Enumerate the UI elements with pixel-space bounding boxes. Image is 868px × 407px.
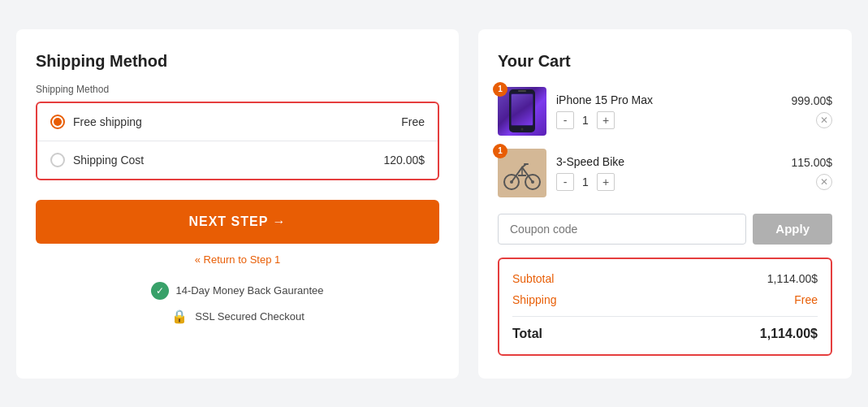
radio-cost[interactable]	[50, 153, 65, 167]
totals-divider	[512, 316, 818, 317]
phone-remove-button[interactable]: ✕	[816, 112, 832, 128]
phone-image-wrap: 1	[498, 87, 546, 136]
coupon-row: Apply	[498, 214, 832, 245]
shipping-option-free[interactable]: Free shipping Free	[37, 103, 438, 141]
phone-item-right: 999.00$ ✕	[791, 94, 832, 128]
free-shipping-price: Free	[401, 115, 425, 128]
phone-qty-value: 1	[579, 114, 592, 127]
next-step-button[interactable]: NEXT STEP →	[36, 200, 439, 244]
shipping-option-cost[interactable]: Shipping Cost 120.00$	[37, 141, 438, 179]
phone-name: iPhone 15 Pro Max	[556, 93, 781, 106]
shipping-options-box: Free shipping Free Shipping Cost 120.00$	[36, 102, 439, 180]
free-shipping-name: Free shipping	[73, 115, 401, 128]
shipping-value: Free	[794, 293, 818, 306]
money-back-badge: ✓ 14-Day Money Back Gaurantee	[151, 282, 323, 300]
cart-items-list: 1	[498, 87, 832, 197]
bike-qty-controls: - 1 +	[556, 173, 781, 191]
svg-rect-4	[512, 94, 533, 125]
bike-qty-minus[interactable]: -	[556, 173, 574, 191]
ssl-badge: 🔒 SSL Secured Checkout	[171, 308, 304, 326]
phone-qty-plus[interactable]: +	[597, 111, 615, 129]
trust-badges: ✓ 14-Day Money Back Gaurantee 🔒 SSL Secu…	[36, 282, 439, 326]
apply-button[interactable]: Apply	[753, 214, 832, 245]
cart-panel: Your Cart 1	[478, 29, 852, 379]
bike-name: 3-Speed Bike	[556, 155, 781, 168]
shipping-method-panel: Shipping Method Shipping Method Free shi…	[16, 29, 459, 379]
shipping-cost-price: 120.00$	[383, 154, 425, 167]
bike-badge: 1	[493, 144, 507, 158]
bike-price: 115.00$	[791, 156, 832, 169]
total-label: Total	[512, 327, 542, 341]
shipping-row: Shipping Free	[512, 293, 818, 306]
shipping-method-title: Shipping Method	[36, 52, 439, 71]
cart-title: Your Cart	[498, 52, 832, 71]
bike-qty-value: 1	[579, 175, 592, 188]
subtotal-label: Subtotal	[512, 272, 554, 285]
phone-qty-controls: - 1 +	[556, 111, 781, 129]
ssl-text: SSL Secured Checkout	[195, 310, 304, 323]
bike-remove-button[interactable]: ✕	[816, 174, 832, 190]
lock-icon: 🔒	[171, 308, 188, 326]
phone-qty-minus[interactable]: -	[556, 111, 574, 129]
shipping-method-label: Shipping Method	[36, 84, 439, 95]
money-back-text: 14-Day Money Back Gaurantee	[175, 284, 323, 297]
total-value: 1,114.00$	[760, 327, 818, 341]
return-link[interactable]: « Return to Step 1	[36, 253, 439, 266]
coupon-input[interactable]	[498, 214, 746, 245]
phone-details: iPhone 15 Pro Max - 1 +	[556, 93, 781, 129]
bike-qty-plus[interactable]: +	[597, 173, 615, 191]
bike-image-wrap: 1	[498, 149, 546, 197]
subtotal-row: Subtotal 1,114.00$	[512, 272, 818, 285]
cart-item-phone: 1	[498, 87, 832, 136]
subtotal-value: 1,114.00$	[767, 272, 818, 285]
shipping-cost-name: Shipping Cost	[73, 154, 383, 167]
phone-price: 999.00$	[791, 94, 832, 107]
shipping-label: Shipping	[512, 293, 557, 306]
total-row: Total 1,114.00$	[512, 327, 818, 341]
radio-free[interactable]	[50, 115, 65, 129]
cart-item-bike: 1	[498, 149, 832, 197]
svg-point-3	[521, 128, 524, 131]
phone-badge: 1	[493, 82, 507, 97]
bike-details: 3-Speed Bike - 1 +	[556, 155, 781, 191]
svg-rect-2	[518, 90, 526, 92]
totals-box: Subtotal 1,114.00$ Shipping Free Total 1…	[498, 258, 832, 356]
radio-free-inner	[54, 118, 62, 126]
checkmark-icon: ✓	[151, 282, 169, 300]
bike-item-right: 115.00$ ✕	[791, 156, 832, 190]
